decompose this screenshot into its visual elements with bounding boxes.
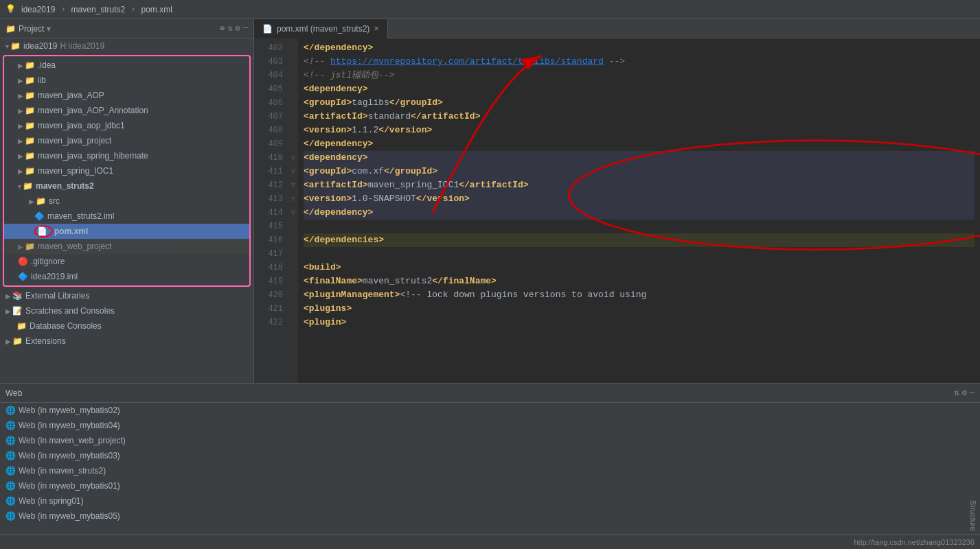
code-line: <!-- https://mvnrepository.com/artifact/…: [304, 55, 975, 69]
title-file: pom.xml: [141, 5, 172, 14]
project-tree: ▾ 📁 idea2019 H:\idea2019 ▶ 📁 .idea ▶ 📁 l…: [0, 38, 253, 383]
gutter-mark: ▽: [289, 192, 297, 206]
code-line: <dependency>: [304, 151, 975, 165]
gutter-mark: [289, 82, 297, 96]
gutter-mark: ▽: [289, 151, 297, 165]
web-icon: 🌐: [5, 406, 16, 415]
bottom-panel-actions: ⇅ ⚙ —: [954, 388, 975, 398]
tree-lib[interactable]: ▶ 📁 lib: [4, 73, 249, 88]
tree-gitignore[interactable]: 🔴 .gitignore: [4, 254, 249, 269]
minimize-icon[interactable]: —: [243, 23, 248, 34]
panel-sort-icon[interactable]: ⇅: [954, 388, 959, 398]
tree-root[interactable]: ▾ 📁 idea2019 H:\idea2019: [0, 38, 253, 54]
web-list-item[interactable]: 🌐Web (in myweb_mybatis03): [0, 448, 980, 463]
title-module: maven_struts2: [71, 5, 126, 14]
gutter-mark: [289, 220, 297, 233]
tree-src[interactable]: ▶ 📁 src: [4, 194, 249, 209]
title-bar: 💡 idea2019 › maven_struts2 › pom.xml: [0, 0, 980, 19]
gutter-mark: [289, 302, 297, 316]
gutter-mark: [289, 137, 297, 151]
gutter: ▽▽▽▽▽: [288, 38, 298, 383]
code-line: <build>: [304, 261, 975, 274]
code-line: <!-- jstl辅助包-->: [304, 69, 975, 82]
settings-icon[interactable]: ⚙: [236, 23, 240, 34]
code-line: <version>1.0-SNAPSHOT</version>: [304, 192, 975, 206]
tree-maven-struts2-iml[interactable]: 🔷 maven_struts2.iml: [4, 209, 249, 224]
code-line: <artifactId>maven_spring_IOC1</artifactI…: [304, 178, 975, 192]
idea-icon: 💡: [5, 4, 16, 14]
gutter-mark: [289, 110, 297, 124]
gutter-mark: [289, 124, 297, 137]
web-list-item[interactable]: 🌐Web (in spring01): [0, 493, 980, 509]
web-icon: 🌐: [5, 421, 16, 430]
panel-settings-icon[interactable]: ⚙: [962, 388, 967, 398]
web-list-item[interactable]: 🌐Web (in myweb_mybatis02): [0, 403, 980, 418]
tree-scratches[interactable]: ▶ 📝 Scratches and Consoles: [0, 303, 253, 318]
web-icon: 🌐: [5, 436, 16, 445]
code-line: <version>1.1.2</version>: [304, 124, 975, 137]
code-line: <plugin>: [304, 316, 975, 329]
code-editor[interactable]: </dependency> <!-- https://mvnrepository…: [298, 38, 980, 383]
structure-tab[interactable]: Structure: [966, 498, 980, 534]
web-list-item[interactable]: 🌐Web (in maven_web_project): [0, 433, 980, 448]
gutter-mark: ▽: [289, 206, 297, 220]
tree-maven-struts2[interactable]: ▾ 📁 maven_struts2: [4, 178, 249, 194]
gutter-mark: [289, 69, 297, 82]
web-icon: 🌐: [5, 466, 16, 476]
tree-maven-aop-annotation[interactable]: ▶ 📁 maven_java_AOP_Annotation: [4, 103, 249, 118]
add-icon[interactable]: ⊕: [220, 23, 225, 34]
tree-maven-web-project[interactable]: ▶ 📁 maven_web_project: [4, 239, 249, 254]
code-line: <groupId>taglibs</groupId>: [304, 96, 975, 110]
gutter-mark: [289, 96, 297, 110]
tab-close-button[interactable]: ✕: [374, 25, 379, 32]
tree-external-libraries[interactable]: ▶ 📚 External Libraries: [0, 288, 253, 303]
gutter-mark: ▽: [289, 165, 297, 178]
tree-pom-xml[interactable]: 📄 pom.xml: [4, 224, 249, 239]
project-sidebar: 📁 Project ▾ ⊕ ⇅ ⚙ — ▾ 📁 idea2019 H:\idea…: [0, 19, 254, 383]
sidebar-header-actions: ⊕ ⇅ ⚙ —: [220, 23, 248, 34]
code-line: </dependencies>: [304, 233, 975, 247]
folder-icon: 📁: [5, 24, 16, 34]
gutter-mark: [289, 233, 297, 247]
status-bar: http://tang.csdn.net/zhang01323236: [0, 534, 980, 549]
tree-maven-java-aop[interactable]: ▶ 📁 maven_java_AOP: [4, 88, 249, 103]
status-text: http://tang.csdn.net/zhang01323236: [854, 538, 975, 546]
tree-idea2019-iml[interactable]: 🔷 idea2019.iml: [4, 269, 249, 284]
code-line: <finalName>maven_struts2</finalName>: [304, 274, 975, 288]
bottom-panel: Web ⇅ ⚙ — 🌐Web (in myweb_mybatis02)🌐Web …: [0, 383, 980, 534]
code-line: </dependency>: [304, 41, 975, 55]
xml-icon: 📄: [262, 24, 273, 34]
sync-icon[interactable]: ⇅: [227, 23, 232, 34]
code-line: <dependency>: [304, 82, 975, 96]
gutter-mark: [289, 261, 297, 274]
web-list-item[interactable]: 🌐Web (in myweb_mybatis01): [0, 478, 980, 493]
web-list-item[interactable]: 🌐Web (in maven_struts2): [0, 463, 980, 478]
panel-close-icon[interactable]: —: [970, 388, 975, 398]
editor-wrapper: 📄 pom.xml (maven_struts2) ✕ 402403404405…: [254, 19, 980, 383]
code-line: </dependency>: [304, 137, 975, 151]
title-project: idea2019: [21, 5, 55, 14]
code-line: </dependency>: [304, 206, 975, 220]
code-line: <plugins>: [304, 302, 975, 316]
web-icon: 🌐: [5, 496, 16, 506]
tree-maven-java-project[interactable]: ▶ 📁 maven_java_project: [4, 133, 249, 148]
tree-maven-spring-ioc1[interactable]: ▶ 📁 maven_spring_IOC1: [4, 163, 249, 178]
tree-db-consoles[interactable]: 📁 Database Consoles: [0, 318, 253, 334]
code-line: [304, 247, 975, 261]
tree-maven-aop-jdbc1[interactable]: ▶ 📁 maven_java_aop_jdbc1: [4, 118, 249, 133]
tree-idea[interactable]: ▶ 📁 .idea: [4, 58, 249, 73]
dropdown-icon: ▾: [47, 24, 51, 34]
tree-extensions[interactable]: ▶ 📁 Extensions: [0, 334, 253, 349]
web-list-item[interactable]: 🌐Web (in myweb_mybatis05): [0, 509, 980, 524]
gutter-mark: [289, 55, 297, 69]
annotation-pink-box: ▶ 📁 .idea ▶ 📁 lib ▶ 📁 maven_java_AOP: [3, 55, 251, 287]
sidebar-title: 📁 Project ▾: [5, 24, 51, 34]
web-list-item[interactable]: 🌐Web (in myweb_mybatis04): [0, 418, 980, 433]
editor-tab-pom[interactable]: 📄 pom.xml (maven_struts2) ✕: [254, 19, 388, 38]
gutter-mark: [289, 316, 297, 329]
code-line: <groupId>com.xf</groupId>: [304, 165, 975, 178]
gutter-mark: [289, 274, 297, 288]
web-panel-list: 🌐Web (in myweb_mybatis02)🌐Web (in myweb_…: [0, 403, 980, 534]
line-numbers: 4024034044054064074084094104114124134144…: [254, 38, 288, 383]
tree-maven-spring-hibernate[interactable]: ▶ 📁 maven_java_spring_hibernate: [4, 148, 249, 163]
